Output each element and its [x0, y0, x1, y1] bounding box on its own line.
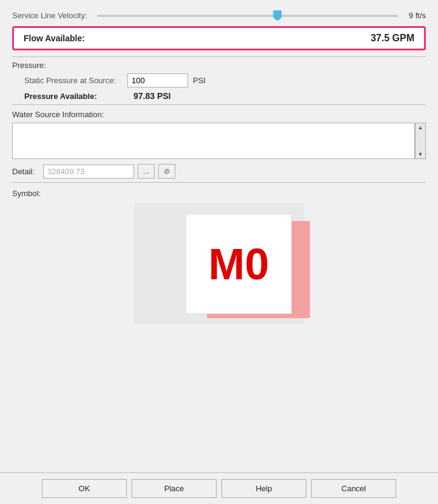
water-source-label: Water Source Information: — [12, 110, 426, 119]
pressure-section-label: Pressure: — [12, 61, 426, 70]
button-bar: OK Place Help Cancel — [0, 472, 438, 504]
browse-button[interactable]: ... — [138, 164, 155, 179]
water-source-textarea[interactable] — [12, 123, 415, 159]
place-button[interactable]: Place — [132, 479, 217, 498]
cancel-button[interactable]: Cancel — [311, 479, 396, 498]
section-divider-1 — [12, 56, 426, 57]
flow-available-box: Flow Available: 37.5 GPM — [12, 26, 426, 50]
detail-label: Detail: — [12, 167, 39, 176]
velocity-value: 9 ft/s — [409, 11, 426, 20]
pressure-available-label: Pressure Available: — [24, 92, 127, 101]
pressure-section: Pressure: Static Pressure at Source: PSI… — [12, 61, 426, 101]
flow-available-value: 37.5 GPM — [371, 33, 414, 44]
clear-button[interactable]: ⊘ — [158, 164, 175, 179]
detail-row: Detail: ... ⊘ — [12, 164, 426, 179]
dialog: Service Line Velocity: 9 ft/s Flow Avail… — [0, 0, 438, 504]
symbol-section: Symbol: M0 — [12, 189, 426, 324]
static-pressure-label: Static Pressure at Source: — [24, 76, 127, 85]
slider-track[interactable] — [97, 15, 398, 17]
flow-available-label: Flow Available: — [24, 33, 85, 43]
slider-thumb[interactable] — [273, 10, 281, 21]
pressure-available-row: Pressure Available: 97.83 PSI — [12, 91, 426, 101]
textarea-wrapper: ▲ ▼ — [12, 123, 426, 159]
help-button[interactable]: Help — [221, 479, 306, 498]
pressure-available-value: 97.83 PSI — [133, 91, 171, 101]
static-pressure-unit: PSI — [193, 76, 206, 85]
velocity-label: Service Line Velocity: — [12, 11, 91, 20]
symbol-text: M0 — [208, 239, 269, 289]
static-pressure-input[interactable] — [127, 73, 188, 87]
section-divider-2 — [12, 104, 426, 105]
scroll-up-arrow[interactable]: ▲ — [418, 124, 423, 131]
detail-input[interactable] — [43, 165, 134, 179]
symbol-label: Symbol: — [12, 189, 426, 198]
water-source-section: Water Source Information: ▲ ▼ — [12, 110, 426, 159]
content-area: Service Line Velocity: 9 ft/s Flow Avail… — [0, 0, 438, 472]
symbol-card-front: M0 — [186, 214, 292, 314]
slider-container[interactable] — [97, 15, 398, 17]
ok-button[interactable]: OK — [42, 479, 127, 498]
scrollbar-arrows: ▲ ▼ — [415, 123, 426, 159]
static-pressure-row: Static Pressure at Source: PSI — [12, 73, 426, 87]
section-divider-3 — [12, 182, 426, 183]
velocity-row: Service Line Velocity: 9 ft/s — [12, 6, 426, 24]
symbol-preview: M0 — [134, 203, 304, 324]
scroll-down-arrow[interactable]: ▼ — [418, 151, 423, 157]
